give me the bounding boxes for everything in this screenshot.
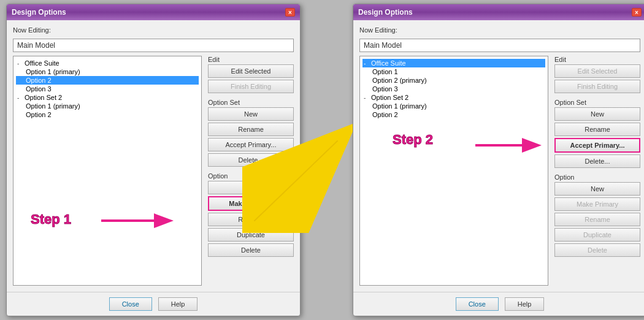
tree-item-option2primary-right[interactable]: Option 2 (primary)	[362, 76, 545, 85]
step2-label: Step 2	[393, 132, 433, 148]
option-label-right: Option	[554, 173, 640, 181]
step2-arrow	[475, 138, 543, 153]
tree-label: Office Suite	[371, 59, 406, 67]
dialog-body-right: Now Editing: Main Model - Office Suite O…	[353, 20, 644, 292]
help-button-right[interactable]: Help	[505, 297, 545, 311]
tree-panel-left[interactable]: - Office Suite Option 1 (primary) Option…	[13, 56, 202, 286]
finish-editing-button-right[interactable]: Finish Editing	[554, 80, 640, 93]
delete-option-set-button-right[interactable]: Delete...	[554, 154, 640, 168]
tree-item-optionset2-right[interactable]: - Option Set 2	[362, 93, 545, 102]
option-set-label-right: Option Set	[554, 99, 640, 106]
tree-item-os2-option1-left[interactable]: Option 1 (primary)	[16, 102, 199, 110]
title-right: Design Options	[358, 8, 413, 17]
tree-item-option1-right[interactable]: Option 1	[362, 67, 545, 76]
rename-option-set-button-right[interactable]: Rename	[554, 123, 640, 136]
close-button-right[interactable]: Close	[456, 297, 499, 311]
main-content-right: - Office Suite Option 1 Option 2 (primar…	[359, 56, 640, 286]
edit-label-left: Edit	[208, 56, 294, 63]
expander2-left: -	[17, 94, 25, 101]
edit-label-right: Edit	[554, 56, 640, 63]
tree-label: Option 2	[372, 111, 398, 118]
svg-line-4	[255, 141, 337, 221]
help-button-left[interactable]: Help	[158, 297, 198, 311]
expander-left: -	[17, 60, 25, 67]
tree-item-os2-option1-right[interactable]: Option 1 (primary)	[362, 102, 545, 110]
tree-item-os2-option2-left[interactable]: Option 2	[16, 110, 199, 119]
now-editing-value-left: Main Model	[13, 39, 294, 52]
dialog-footer-right: Close Help	[353, 292, 644, 316]
finish-editing-button-left[interactable]: Finish Editing	[208, 80, 294, 93]
new-option-set-button-right[interactable]: New	[554, 107, 640, 121]
tree-label: Option 2	[26, 111, 52, 118]
tree-item-office-suite-right[interactable]: - Office Suite	[362, 59, 545, 67]
now-editing-value-right: Main Model	[359, 39, 640, 52]
tree-label: Option 2	[26, 77, 52, 84]
big-yellow-arrow	[242, 123, 353, 233]
delete-option-button-left[interactable]: Delete	[208, 243, 294, 257]
tree-label: Option Set 2	[25, 94, 62, 101]
close-icon-left[interactable]: ×	[285, 8, 295, 17]
title-bar-left: Design Options ×	[7, 4, 300, 20]
accept-primary-button-right[interactable]: Accept Primary...	[554, 138, 640, 153]
tree-item-option3-left[interactable]: Option 3	[16, 85, 199, 93]
step1-label: Step 1	[31, 211, 71, 227]
option-set-label-left: Option Set	[208, 99, 294, 106]
close-icon-right[interactable]: ×	[632, 8, 642, 17]
expander-right: -	[364, 60, 371, 67]
tree-item-option1-left[interactable]: Option 1 (primary)	[16, 67, 199, 76]
new-option-button-right[interactable]: New	[554, 182, 640, 196]
canvas: Design Options × Now Editing: Main Model…	[0, 0, 644, 320]
edit-selected-button-left[interactable]: Edit Selected	[208, 64, 294, 78]
now-editing-label-right: Now Editing:	[359, 26, 640, 34]
tree-label: Option 3	[26, 85, 52, 93]
tree-label: Option 3	[372, 85, 398, 93]
buttons-panel-right: Edit Edit Selected Finish Editing Option…	[554, 56, 640, 286]
delete-option-button-right[interactable]: Delete	[554, 243, 640, 257]
step1-arrow	[101, 213, 175, 228]
title-bar-right: Design Options ×	[353, 4, 644, 20]
tree-label: Option 2 (primary)	[372, 77, 427, 84]
rename-option-button-right[interactable]: Rename	[554, 213, 640, 226]
tree-item-os2-option2-right[interactable]: Option 2	[362, 110, 545, 119]
tree-label: Option 1 (primary)	[26, 102, 80, 110]
now-editing-label-left: Now Editing:	[13, 26, 294, 34]
new-option-set-button-left[interactable]: New	[208, 107, 294, 121]
make-primary-button-right[interactable]: Make Primary	[554, 197, 640, 211]
tree-panel-right[interactable]: - Office Suite Option 1 Option 2 (primar…	[359, 56, 548, 286]
tree-label: Office Suite	[25, 59, 59, 67]
tree-label: Option 1 (primary)	[26, 68, 80, 75]
tree-label: Option Set 2	[371, 94, 408, 101]
expander2-right: -	[364, 94, 371, 101]
tree-item-office-suite-left[interactable]: - Office Suite	[16, 59, 199, 67]
tree-item-option2-left[interactable]: Option 2	[16, 76, 199, 85]
edit-selected-button-right[interactable]: Edit Selected	[554, 64, 640, 78]
duplicate-option-button-right[interactable]: Duplicate	[554, 228, 640, 242]
tree-item-option3-right[interactable]: Option 3	[362, 85, 545, 93]
dialog-footer-left: Close Help	[7, 292, 300, 316]
dialog-right: Design Options × Now Editing: Main Model…	[353, 4, 644, 316]
tree-label: Option 1	[372, 68, 398, 75]
title-left: Design Options	[12, 8, 66, 17]
close-button-left[interactable]: Close	[109, 297, 152, 311]
tree-label: Option 1 (primary)	[372, 102, 427, 110]
tree-item-optionset2-left[interactable]: - Option Set 2	[16, 93, 199, 102]
